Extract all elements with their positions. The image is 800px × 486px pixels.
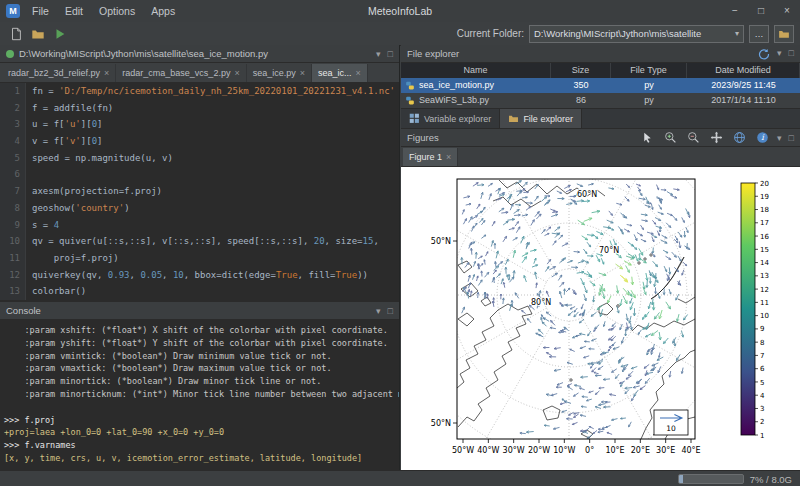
cursor-select-button[interactable] (639, 130, 655, 146)
svg-text:10: 10 (666, 424, 676, 433)
console-line: :param xshift: (*float*) X shift of the … (4, 324, 399, 337)
refresh-icon[interactable] (758, 48, 770, 60)
tab-figure-1[interactable]: Figure 1 × (403, 148, 458, 166)
open-folder-icon (31, 27, 45, 41)
tab-close-icon[interactable]: × (104, 68, 109, 78)
panel-menu-icon[interactable]: ▾ (777, 133, 782, 143)
tab-close-icon[interactable]: × (234, 68, 239, 78)
figure-tabs: Figure 1 × (401, 147, 800, 167)
info-icon: i (756, 131, 769, 144)
column-date-modified[interactable]: Date Modified (687, 63, 800, 78)
zoom-in-button[interactable] (662, 130, 678, 146)
chevron-down-icon[interactable]: ▾ (735, 29, 739, 38)
left-column: D:\Working\MIScript\Jython\mis\satellite… (0, 45, 400, 470)
file-table-header[interactable]: Name Size File Type Date Modified (401, 63, 800, 78)
tab-label: File explorer (523, 114, 573, 124)
svg-text:18: 18 (760, 206, 769, 214)
browse-folder-button[interactable]: … (749, 25, 769, 43)
column-size[interactable]: Size (551, 63, 611, 78)
column-name[interactable]: Name (401, 63, 551, 78)
line-number: 12 (0, 267, 26, 284)
code-text (26, 166, 32, 183)
panel-maximize-icon[interactable]: □ (789, 133, 794, 143)
console-line: :param vmaxtick: (*boolean*) Draw maximu… (4, 362, 399, 375)
file-type: py (611, 78, 687, 93)
console-line: :param minorticknum: (*int*) Minor tick … (4, 388, 399, 401)
code-line[interactable]: 13colorbar() (0, 283, 399, 300)
svg-text:14: 14 (760, 259, 769, 267)
code-line[interactable]: 6 (0, 166, 399, 183)
colorbar: 2019181716151413121110987654321 (741, 180, 769, 440)
tab-label: radar_bz2_3d_relief.py (8, 68, 100, 78)
quiver-key: 10 (654, 410, 688, 435)
svg-text:10°W: 10°W (553, 446, 575, 455)
panel-menu-icon[interactable]: ▾ (376, 306, 381, 316)
identify-button[interactable]: i (754, 130, 770, 146)
console-output[interactable]: :param xshift: (*float*) X shift of the … (0, 320, 399, 477)
zoom-out-button[interactable] (685, 130, 701, 146)
code-line[interactable]: 7axesm(projection=f.proj) (0, 183, 399, 200)
code-line[interactable]: 3u = f['u'][0] (0, 116, 399, 133)
right-column: File explorer ▾ □ Name Size File Type Da… (401, 45, 800, 470)
editor-tab[interactable]: radar_cma_base_vcs_2.py× (116, 64, 246, 82)
menu-file[interactable]: File (24, 0, 57, 22)
open-file-button[interactable] (28, 24, 47, 43)
svg-text:60°N: 60°N (577, 190, 597, 199)
open-folder-button[interactable] (774, 25, 794, 43)
tab-close-icon[interactable]: × (446, 152, 451, 162)
memory-bar[interactable] (678, 474, 744, 484)
svg-text:15: 15 (760, 246, 769, 254)
minimize-button[interactable]: − (722, 0, 748, 22)
editor-tab[interactable]: sea_ice.py× (247, 64, 312, 82)
run-script-button[interactable] (50, 24, 69, 43)
code-text: proj=f.proj) (26, 250, 119, 267)
panel-maximize-icon[interactable]: □ (388, 49, 393, 59)
current-folder-label: Current Folder: (457, 28, 524, 39)
panel-maximize-icon[interactable]: □ (388, 306, 393, 316)
tab-close-icon[interactable]: × (355, 68, 360, 78)
panel-maximize-icon[interactable]: □ (789, 48, 794, 60)
tab-file-explorer[interactable]: File explorer (500, 109, 582, 128)
maximize-button[interactable]: □ (748, 0, 774, 22)
current-folder-combobox[interactable]: D:\Working\MIScript\Jython\mis\satellite… (529, 25, 744, 43)
code-editor[interactable]: 1fn = 'D:/Temp/nc/icemotion_daily_nh_25k… (0, 83, 399, 300)
code-line[interactable]: 8geoshow('country') (0, 200, 399, 217)
file-explorer-title: File explorer (407, 48, 459, 59)
file-name: sea_ice_motion.py (419, 78, 494, 93)
menu-apps[interactable]: Apps (143, 0, 183, 22)
editor-tab[interactable]: sea_ic...× (312, 64, 368, 82)
full-extent-button[interactable] (731, 130, 747, 146)
panel-menu-icon[interactable]: ▾ (777, 48, 782, 60)
panel-menu-icon[interactable]: ▾ (376, 49, 381, 59)
svg-text:0°: 0° (585, 446, 594, 455)
code-line[interactable]: 11 proj=f.proj) (0, 250, 399, 267)
tab-close-icon[interactable]: × (300, 68, 305, 78)
file-row[interactable]: SeaWiFS_L3b.py86py2017/1/14 11:10 (401, 93, 800, 108)
tab-variable-explorer[interactable]: Variable explorer (401, 109, 500, 128)
svg-text:40°W: 40°W (477, 446, 499, 455)
svg-text:10: 10 (760, 312, 769, 320)
figure-canvas[interactable]: 50°W40°W30°W20°W10°W0°10°E20°E30°E40°E50… (401, 167, 800, 475)
code-line[interactable]: 12quiverkey(qv, 0.93, 0.05, 10, bbox=dic… (0, 267, 399, 284)
editor-tab[interactable]: radar_bz2_3d_relief.py× (2, 64, 116, 82)
menu-edit[interactable]: Edit (57, 0, 91, 22)
file-type: py (611, 93, 687, 108)
code-line[interactable]: 10qv = quiver(u[::s,::s], v[::s,::s], sp… (0, 233, 399, 250)
tab-label: sea_ice.py (253, 68, 296, 78)
pan-button[interactable] (708, 130, 724, 146)
code-line[interactable]: 5speed = np.magnitude(u, v) (0, 150, 399, 167)
folder-icon (778, 28, 790, 40)
file-row[interactable]: sea_ice_motion.py350py2023/9/25 11:45 (401, 78, 800, 93)
svg-text:40°E: 40°E (681, 446, 700, 455)
file-explorer-header: File explorer ▾ □ (401, 45, 800, 63)
column-file-type[interactable]: File Type (611, 63, 687, 78)
code-line[interactable]: 4v = f['v'][0] (0, 133, 399, 150)
code-text: u = f['u'][0] (26, 116, 102, 133)
code-line[interactable]: 2f = addfile(fn) (0, 100, 399, 117)
code-line[interactable]: 9s = 4 (0, 217, 399, 234)
code-line[interactable]: 1fn = 'D:/Temp/nc/icemotion_daily_nh_25k… (0, 83, 399, 100)
new-script-button[interactable] (6, 24, 25, 43)
editor-title-path: D:\Working\MIScript\Jython\mis\satellite… (19, 48, 268, 59)
close-button[interactable]: × (774, 0, 800, 22)
menu-options[interactable]: Options (91, 0, 143, 22)
